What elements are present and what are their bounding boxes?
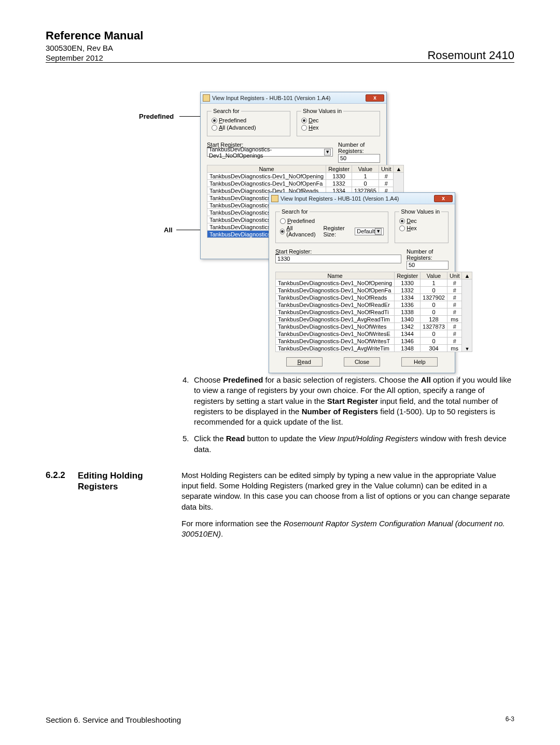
radio-dot-icon <box>280 229 285 234</box>
window-icon <box>203 94 210 102</box>
table-row: TankbusDevDiagnostics-Dev1_NoOfReadTi133… <box>276 308 472 316</box>
table-row: TankbusDevDiagnostics-Dev1_NoOfWritesE13… <box>276 330 472 338</box>
callout-all: All <box>164 226 173 234</box>
col-name: Name <box>207 165 326 173</box>
doc-number: 300530EN, Rev BA <box>46 44 143 52</box>
table-row: TankbusDevDiagnostics-Dev1_NoOfOpenFa133… <box>276 287 472 294</box>
radio-dec[interactable]: Dec <box>399 218 444 224</box>
col-unit: Unit <box>447 272 462 279</box>
titlebar[interactable]: View Input Registers - HUB-101 (Version … <box>201 92 386 104</box>
table-row: TankbusDevDiagnostics-Dev1_AvgReadTim134… <box>276 316 472 323</box>
table-row: TankbusDevDiagnostics-Dev1_NoOfWrites134… <box>276 323 472 330</box>
read-button[interactable]: Read <box>286 357 323 367</box>
search-for-group: Search for Predefined All (Advanced) Reg… <box>275 208 388 243</box>
radio-predefined[interactable]: Predefined <box>280 218 384 224</box>
scroll-up-icon[interactable]: ▲ <box>462 272 472 279</box>
footer: Section 6. Service and Troubleshooting 6… <box>46 715 514 724</box>
scroll-up-icon[interactable]: ▲ <box>394 165 404 173</box>
step-number: 5. <box>183 433 194 455</box>
section-number: 6.2.2 <box>46 470 78 546</box>
window-title: View Input Registers - HUB-101 (Version … <box>212 95 366 101</box>
dialog-2: View Input Registers - HUB-101 (Version … <box>269 192 455 373</box>
start-register-label: Start Register: <box>275 248 401 255</box>
step-text: Click the Read button to update the View… <box>194 433 514 455</box>
num-registers-input[interactable]: 50 <box>407 261 449 270</box>
figure-area: Predefined All View Input Registers - HU… <box>46 92 514 361</box>
product-brand: Rosemount 2410 <box>427 49 514 62</box>
manual-title: Reference Manual <box>46 29 143 43</box>
col-name: Name <box>276 272 395 279</box>
show-values-group: Show Values in Dec Hex <box>297 108 380 136</box>
search-for-group: Search for PPredefinedredefined All (Adv… <box>207 108 290 136</box>
help-button[interactable]: Help <box>401 357 438 367</box>
chevron-down-icon: ▼ <box>324 149 331 156</box>
header-left: Reference Manual 300530EN, Rev BA Septem… <box>46 29 143 62</box>
callout-predefined: Predefined <box>139 113 174 120</box>
radio-all[interactable]: All (Advanced) Register Size: Default▼ <box>280 225 384 237</box>
header-rule <box>46 62 514 63</box>
search-legend: Search for <box>280 208 310 215</box>
radio-dot-icon <box>301 125 307 131</box>
table-row: TankbusDevDiagnostics-Dev1_NoOfOpening13… <box>207 173 404 180</box>
col-value: Value <box>352 165 379 173</box>
titlebar[interactable]: View Input Registers - HUB-101 (Version … <box>269 193 455 204</box>
table-row: TankbusDevDiagnostics-Dev1_NoOfWritesT13… <box>276 338 472 345</box>
table-row: TankbusDevDiagnostics-Dev1_NoOfReads1334… <box>276 294 472 301</box>
regsize-label: Register Size: <box>324 225 353 237</box>
close-icon[interactable]: x <box>366 94 384 102</box>
chevron-down-icon: ▼ <box>375 228 382 235</box>
col-register: Register <box>326 165 352 173</box>
radio-dec[interactable]: Dec <box>301 117 375 123</box>
regsize-select[interactable]: Default▼ <box>355 228 384 235</box>
show-values-group: Show Values in Dec Hex <box>395 208 449 243</box>
col-unit: Unit <box>379 165 394 173</box>
table-row: TankbusDevDiagnostics-Dev1_NoOfOpening13… <box>276 279 472 287</box>
page-number: 6-3 <box>506 715 514 724</box>
registers-table: NameRegisterValueUnit▲ TankbusDevDiagnos… <box>275 272 472 352</box>
section-text: Most Holding Registers can be edited sim… <box>181 470 514 546</box>
section-title: Editing Holding Registers <box>78 470 181 546</box>
header-right: Rosemount 2410 <box>427 29 514 62</box>
window-title: View Input Registers - HUB-101 (Version … <box>281 195 434 202</box>
num-registers-input[interactable]: 50 <box>338 154 380 163</box>
radio-predefined[interactable]: PPredefinedredefined <box>212 117 286 123</box>
values-legend: Show Values in <box>301 108 343 114</box>
table-row: TankbusDevDiagnostics-Dev1_NoOfOpenFa133… <box>207 180 404 187</box>
values-legend: Show Values in <box>399 208 441 215</box>
radio-hex[interactable]: Hex <box>399 225 444 231</box>
num-registers-label: Number of Registers: <box>407 248 449 261</box>
close-button[interactable]: Close <box>344 357 380 367</box>
scrollbar[interactable]: ▼ <box>462 279 472 352</box>
table-row: TankbusDevDiagnostics-Dev1_NoOfReadEr133… <box>276 301 472 308</box>
step-number: 4. <box>183 375 194 427</box>
radio-dot-icon <box>212 125 217 131</box>
radio-dot-icon <box>280 218 286 224</box>
radio-hex[interactable]: Hex <box>301 124 375 131</box>
col-register: Register <box>395 272 421 279</box>
table-row: TankbusDevDiagnostics-Dev1_AvgWriteTim13… <box>276 345 472 352</box>
callout-line <box>179 116 200 117</box>
footer-section: Section 6. Service and Troubleshooting <box>46 715 181 724</box>
doc-date: September 2012 <box>46 53 143 62</box>
step-text: Choose Predefined for a basic selection … <box>194 375 514 427</box>
search-legend: Search for <box>212 108 241 114</box>
radio-dot-icon <box>399 218 405 224</box>
radio-dot-icon <box>399 226 405 231</box>
start-register-select[interactable]: TankbusDevDiagnostics-Dev1_NoOfOpenings▼ <box>207 148 333 157</box>
radio-dot-icon <box>301 118 307 123</box>
window-icon <box>271 195 278 202</box>
col-value: Value <box>421 272 447 279</box>
radio-dot-icon <box>212 118 217 123</box>
start-register-input[interactable]: 1330 <box>275 255 401 263</box>
section-6-2-2: 6.2.2 Editing Holding Registers Most Hol… <box>46 470 514 546</box>
radio-all[interactable]: All (Advanced) <box>212 124 286 131</box>
num-registers-label: Number of Registers: <box>338 142 380 154</box>
instructions: 4. Choose Predefined for a basic selecti… <box>183 375 514 455</box>
close-icon[interactable]: x <box>434 195 453 202</box>
callout-line <box>176 230 200 230</box>
